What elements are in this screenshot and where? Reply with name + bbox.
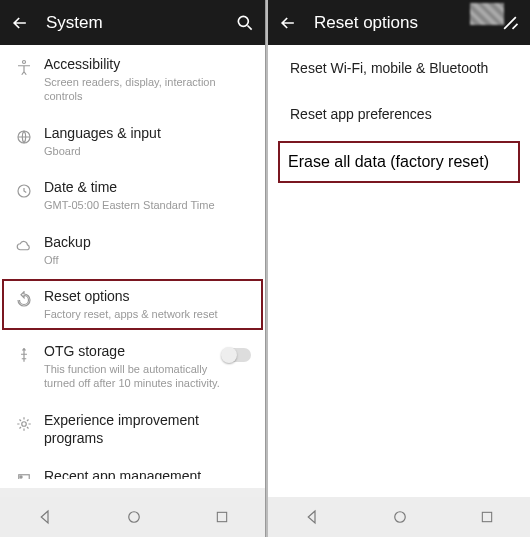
settings-item-languages-input[interactable]: Languages & inputGboard — [0, 114, 265, 168]
appbar-title: System — [46, 13, 235, 33]
cloud-icon — [8, 237, 40, 255]
item-sublabel: Off — [44, 253, 251, 267]
nav-back-icon[interactable] — [303, 508, 321, 526]
reset-item-erase-all-data-factory-reset-[interactable]: Erase all data (factory reset) — [278, 141, 520, 183]
settings-item-date-time[interactable]: Date & timeGMT-05:00 Eastern Standard Ti… — [0, 168, 265, 222]
accessibility-icon — [8, 59, 40, 77]
item-label: Reset Wi-Fi, mobile & Bluetooth — [290, 59, 516, 77]
item-label: Recent app management — [44, 467, 251, 485]
item-sublabel: Factory reset, apps & network reset — [44, 307, 251, 321]
svg-point-4 — [22, 421, 27, 426]
nav-recent-icon[interactable] — [479, 509, 495, 525]
otg-toggle[interactable] — [223, 348, 251, 362]
reset-icon — [8, 291, 40, 309]
item-label: Backup — [44, 233, 251, 251]
navbar — [268, 497, 530, 537]
item-sublabel: This function will be automatically turn… — [44, 362, 223, 391]
obscured-region — [470, 3, 504, 25]
svg-point-0 — [238, 16, 248, 26]
settings-item-otg-storage[interactable]: OTG storageThis function will be automat… — [0, 332, 265, 401]
recent-icon — [8, 471, 40, 489]
item-label: Reset app preferences — [290, 105, 516, 123]
settings-list: AccessibilityScreen readers, display, in… — [0, 45, 265, 497]
nav-home-icon[interactable] — [391, 508, 409, 526]
reset-item-reset-wi-fi-mobile-bluetooth[interactable]: Reset Wi-Fi, mobile & Bluetooth — [268, 45, 530, 91]
search-icon[interactable] — [235, 13, 255, 33]
svg-point-11 — [395, 512, 406, 523]
appbar-system: System — [0, 0, 265, 45]
system-settings-panel: System AccessibilityScreen readers, disp… — [0, 0, 266, 537]
svg-point-1 — [23, 61, 26, 64]
nav-recent-icon[interactable] — [214, 509, 230, 525]
item-label: OTG storage — [44, 342, 223, 360]
item-sublabel: GMT-05:00 Eastern Standard Time — [44, 198, 251, 212]
reset-options-panel: Reset options Reset Wi-Fi, mobile & Blue… — [268, 0, 530, 537]
overflow-icon[interactable] — [500, 13, 520, 33]
settings-item-recent-app-management[interactable]: Recent app management — [0, 457, 265, 497]
item-label: Experience improvement programs — [44, 411, 251, 447]
item-sublabel: Screen readers, display, interaction con… — [44, 75, 251, 104]
clock-icon — [8, 182, 40, 200]
nav-back-icon[interactable] — [36, 508, 54, 526]
settings-item-experience-improvement-programs[interactable]: Experience improvement programs — [0, 401, 265, 457]
svg-point-6 — [20, 476, 22, 478]
back-icon[interactable] — [10, 13, 30, 33]
item-label: Date & time — [44, 178, 251, 196]
appbar-reset: Reset options — [268, 0, 530, 45]
sparkle-icon — [8, 415, 40, 433]
globe-icon — [8, 128, 40, 146]
item-sublabel: Gboard — [44, 144, 251, 158]
back-icon[interactable] — [278, 13, 298, 33]
settings-item-reset-options[interactable]: Reset optionsFactory reset, apps & netwo… — [0, 277, 265, 331]
reset-item-reset-app-preferences[interactable]: Reset app preferences — [268, 91, 530, 137]
settings-item-accessibility[interactable]: AccessibilityScreen readers, display, in… — [0, 45, 265, 114]
usb-icon — [8, 346, 40, 364]
item-label: Reset options — [44, 287, 251, 305]
item-label: Languages & input — [44, 124, 251, 142]
reset-options-list: Reset Wi-Fi, mobile & BluetoothReset app… — [268, 45, 530, 497]
svg-rect-10 — [217, 512, 226, 521]
navbar — [0, 497, 265, 537]
nav-home-icon[interactable] — [125, 508, 143, 526]
svg-rect-12 — [482, 512, 491, 521]
item-label: Erase all data (factory reset) — [288, 153, 510, 171]
settings-item-backup[interactable]: BackupOff — [0, 223, 265, 277]
svg-point-9 — [128, 512, 139, 523]
item-label: Accessibility — [44, 55, 251, 73]
